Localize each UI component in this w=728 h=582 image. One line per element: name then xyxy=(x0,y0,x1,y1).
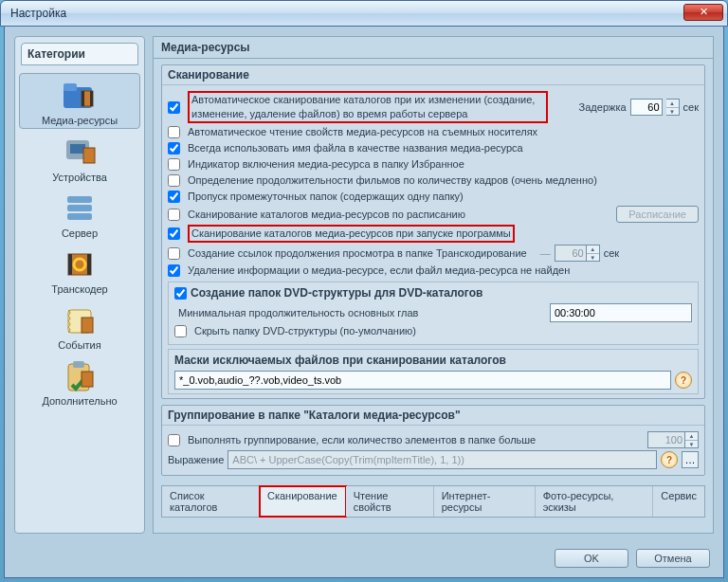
folder-media-icon xyxy=(61,78,99,114)
chk-dvd-enable[interactable] xyxy=(174,287,187,300)
sidebar-item-label: Медиа-ресурсы xyxy=(42,115,118,126)
grouping-spinner: ▲▼ xyxy=(685,431,699,448)
grouping-group: Группирование в папке "Каталоги медиа-ре… xyxy=(161,405,705,476)
masks-title: Маски исключаемых файлов при сканировани… xyxy=(174,354,506,367)
sidebar: Категории Медиа-ресурсы Устройства Серве… xyxy=(14,36,145,534)
lbl-8: Создание ссылок продолжения просмотра в … xyxy=(188,246,527,261)
svg-rect-4 xyxy=(90,91,93,106)
delay-unit: сек xyxy=(683,100,699,115)
sidebar-item-media[interactable]: Медиа-ресурсы xyxy=(19,73,140,129)
help-icon[interactable] xyxy=(661,451,678,468)
events-icon xyxy=(61,302,99,338)
svg-rect-7 xyxy=(83,148,95,163)
transcoder-icon xyxy=(61,246,99,282)
svg-rect-10 xyxy=(67,213,92,220)
titlebar: Настройка ✕ xyxy=(0,0,728,27)
main-panel: Медиа-ресурсы Сканирование Автоматическо… xyxy=(153,36,714,534)
svg-rect-9 xyxy=(67,205,92,211)
window-body: Категории Медиа-ресурсы Устройства Серве… xyxy=(4,27,724,578)
chk-7[interactable] xyxy=(168,227,180,240)
sidebar-item-additional[interactable]: Дополнительно xyxy=(19,355,140,409)
delay-spinner[interactable]: ▲▼ xyxy=(666,99,680,116)
grouping-title: Группирование в папке "Каталоги медиа-ре… xyxy=(162,406,704,426)
window-title: Настройка xyxy=(10,7,66,20)
sidebar-item-devices[interactable]: Устройства xyxy=(19,131,140,185)
tab-read-props[interactable]: Чтение свойств xyxy=(346,486,434,517)
lbl-7: Сканирование каталогов медиа-ресурсов пр… xyxy=(188,225,515,243)
svg-rect-19 xyxy=(82,372,93,387)
dvd-min-input[interactable] xyxy=(550,303,692,322)
chk-1[interactable] xyxy=(168,126,180,138)
sidebar-item-transcoder[interactable]: Транскодер xyxy=(19,243,140,297)
svg-rect-16 xyxy=(82,318,93,333)
expr-input xyxy=(228,450,657,469)
lbl-3: Индикатор включения медиа-ресурса в папк… xyxy=(188,157,464,172)
grouping-enable-label: Выполнять группирование, если количество… xyxy=(188,433,536,447)
chk-5[interactable] xyxy=(168,191,180,203)
tab-internet[interactable]: Интернет-ресурсы xyxy=(434,486,536,517)
delay-label: Задержка xyxy=(579,100,627,115)
sidebar-item-server[interactable]: Сервер xyxy=(19,187,140,241)
lbl-9: Удаление информации о медиа-ресурсе, есл… xyxy=(188,264,570,278)
svg-rect-8 xyxy=(67,196,92,203)
svg-rect-1 xyxy=(64,83,77,91)
chk-autoscan[interactable] xyxy=(168,101,180,114)
svg-rect-13 xyxy=(87,254,91,275)
tab-service[interactable]: Сервис xyxy=(653,486,704,517)
cont-input xyxy=(555,245,587,262)
help-icon[interactable] xyxy=(675,372,692,389)
grouping-count xyxy=(647,431,685,448)
chk-grouping[interactable] xyxy=(168,434,180,446)
chk-3[interactable] xyxy=(168,158,180,171)
tab-catalogs[interactable]: Список каталогов xyxy=(162,486,260,517)
cont-spinner: ▲▼ xyxy=(587,245,600,262)
expr-label: Выражение xyxy=(168,453,224,467)
masks-subgroup: Маски исключаемых файлов при сканировани… xyxy=(168,349,699,394)
chk-8[interactable] xyxy=(168,247,180,260)
cont-unit: сек xyxy=(604,246,619,261)
dvd-hide-label: Скрыть папку DVD-структуры (по-умолчанию… xyxy=(194,324,416,338)
chk-6[interactable] xyxy=(168,209,180,221)
scan-group-title: Сканирование xyxy=(162,65,704,85)
chk-9[interactable] xyxy=(168,264,180,277)
delay-input[interactable] xyxy=(630,99,663,116)
lbl-autoscan: Автоматическое сканирование каталогов пр… xyxy=(188,91,548,123)
scan-group: Сканирование Автоматическое сканирование… xyxy=(161,64,705,399)
server-icon xyxy=(61,191,99,227)
lbl-1: Автоматическое чтение свойств медиа-ресу… xyxy=(188,125,537,139)
clipboard-icon xyxy=(61,358,99,394)
cancel-button[interactable]: Отмена xyxy=(636,549,710,568)
sidebar-tab-categories[interactable]: Категории xyxy=(21,43,138,65)
svg-rect-3 xyxy=(82,91,84,106)
sidebar-item-label: Устройства xyxy=(52,172,107,183)
ok-button[interactable]: OK xyxy=(555,549,628,568)
dvd-title: Создание папок DVD-структуры для DVD-кат… xyxy=(191,286,482,300)
tab-photo[interactable]: Фото-ресурсы, эскизы xyxy=(536,486,654,517)
chk-2[interactable] xyxy=(168,142,180,155)
dvd-min-label: Минимальная продолжительность основных г… xyxy=(178,306,418,320)
bottom-tabbar: Список каталогов Сканирование Чтение сво… xyxy=(161,485,705,518)
sidebar-item-label: Дополнительно xyxy=(42,395,117,407)
sidebar-item-events[interactable]: События xyxy=(19,299,140,353)
close-button[interactable]: ✕ xyxy=(683,4,723,21)
schedule-button[interactable]: Расписание xyxy=(616,206,699,223)
svg-rect-12 xyxy=(68,254,72,275)
svg-rect-18 xyxy=(73,361,84,368)
expr-edit-icon[interactable]: … xyxy=(682,451,699,468)
sidebar-item-label: События xyxy=(58,339,100,351)
tab-scanning[interactable]: Сканирование xyxy=(260,486,346,517)
lbl-4: Определение продолжительности фильмов по… xyxy=(188,173,597,188)
lbl-2: Всегда использовать имя файла в качестве… xyxy=(188,141,523,155)
dvd-subgroup: Создание папок DVD-структуры для DVD-кат… xyxy=(168,282,699,345)
chk-dvd-hide[interactable] xyxy=(174,325,187,337)
lbl-5: Пропуск промежуточных папок (содержащих … xyxy=(188,190,464,204)
main-header: Медиа-ресурсы xyxy=(153,36,714,58)
dialog-footer: OK Отмена xyxy=(555,549,710,568)
masks-input[interactable] xyxy=(174,371,671,390)
devices-icon xyxy=(61,135,99,171)
sidebar-item-label: Сервер xyxy=(62,227,98,239)
chk-4[interactable] xyxy=(168,174,180,187)
sidebar-item-label: Транскодер xyxy=(51,283,107,295)
lbl-6: Сканирование каталогов медиа-ресурсов по… xyxy=(188,208,465,222)
